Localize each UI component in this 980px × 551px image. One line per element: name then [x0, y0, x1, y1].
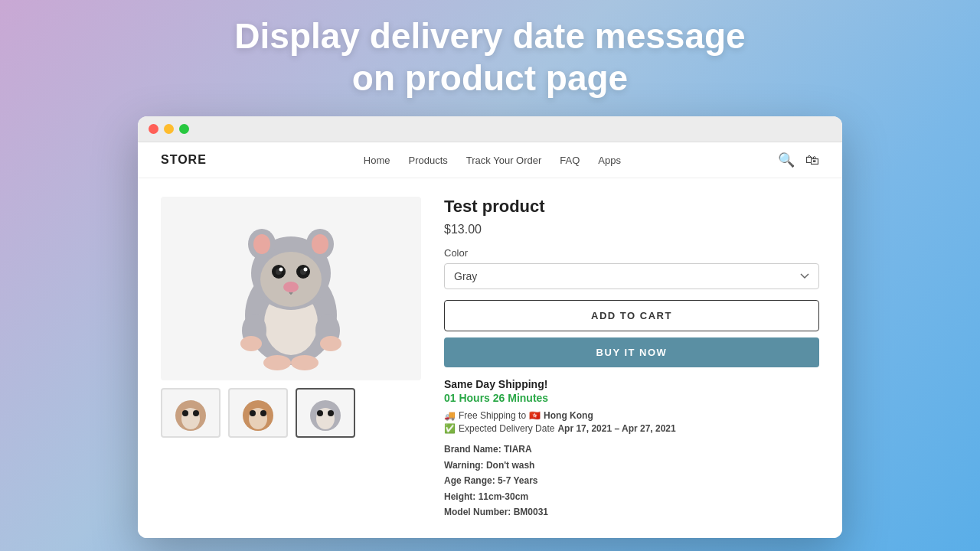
thumbnail-1[interactable]: [161, 388, 220, 438]
hero-title: Display delivery date message on product…: [234, 15, 745, 99]
svg-point-7: [312, 234, 328, 254]
delivery-date-info: ✅ Expected Delivery Date Apr 17, 2021 – …: [444, 423, 819, 434]
hamster-illustration: [222, 204, 360, 373]
svg-point-25: [193, 410, 199, 416]
svg-point-20: [263, 355, 291, 370]
cart-icon[interactable]: 🛍: [805, 152, 819, 168]
color-select[interactable]: Gray Brown White: [444, 263, 819, 289]
svg-point-29: [260, 410, 266, 416]
svg-point-3: [260, 252, 322, 307]
flag-icon: 🇭🇰: [529, 410, 541, 421]
buy-now-button[interactable]: BUY IT NOW: [444, 337, 819, 367]
nav-apps[interactable]: Apps: [598, 155, 621, 166]
product-meta: Brand Name: TIARA Warning: Don't wash Ag…: [444, 442, 819, 520]
thumbnail-3[interactable]: [296, 388, 355, 438]
dot-red[interactable]: [149, 124, 158, 134]
color-label: Color: [444, 247, 819, 259]
thumbnail-row: [161, 388, 421, 438]
warning: Warning: Don't wash: [444, 458, 819, 473]
product-title: Test product: [444, 197, 819, 217]
brand-name: Brand Name: TIARA: [444, 442, 819, 457]
dot-green[interactable]: [179, 124, 189, 134]
store-logo: STORE: [161, 153, 207, 167]
shipping-timer: 01 Hours 26 Minutes: [444, 392, 819, 404]
nav-icons: 🔍 🛍: [778, 152, 819, 168]
main-product-image: [161, 197, 421, 380]
product-details: Test product $13.00 Color Gray Brown Whi…: [444, 197, 819, 520]
store-nav: STORE Home Products Track Your Order FAQ…: [138, 142, 842, 178]
svg-point-28: [250, 410, 256, 416]
svg-point-32: [317, 410, 323, 416]
svg-point-21: [291, 355, 318, 370]
browser-chrome: [138, 116, 842, 142]
age-range: Age Range: 5-7 Years: [444, 473, 819, 488]
hero-section: Display delivery date message on product…: [234, 15, 745, 116]
nav-faq[interactable]: FAQ: [560, 155, 580, 166]
dot-yellow[interactable]: [164, 124, 174, 134]
svg-point-14: [283, 282, 299, 292]
svg-point-5: [253, 234, 270, 254]
truck-icon: 🚚: [444, 410, 456, 421]
product-images: [161, 197, 421, 520]
add-to-cart-button[interactable]: ADD TO CART: [444, 300, 819, 331]
nav-products[interactable]: Products: [409, 155, 448, 166]
svg-point-17: [240, 336, 262, 351]
svg-point-33: [328, 410, 334, 416]
checkmark-icon: ✅: [444, 423, 456, 434]
svg-point-19: [320, 336, 341, 351]
search-icon[interactable]: 🔍: [778, 152, 795, 168]
model-number: Model Number: BM0031: [444, 504, 819, 520]
browser-window: STORE Home Products Track Your Order FAQ…: [138, 116, 842, 538]
product-page: Test product $13.00 Color Gray Brown Whi…: [138, 178, 842, 538]
free-shipping-info: 🚚 Free Shipping to 🇭🇰 Hong Kong: [444, 410, 819, 421]
height: Height: 11cm-30cm: [444, 489, 819, 504]
thumbnail-2[interactable]: [228, 388, 288, 438]
svg-point-24: [182, 410, 188, 416]
nav-links: Home Products Track Your Order FAQ Apps: [364, 153, 621, 167]
svg-point-12: [279, 268, 283, 272]
shipping-title: Same Day Shipping!: [444, 378, 819, 390]
svg-point-13: [304, 268, 308, 272]
product-price: $13.00: [444, 223, 819, 236]
delivery-range: Apr 17, 2021 – Apr 27, 2021: [557, 423, 675, 434]
shipping-country: Hong Kong: [544, 410, 593, 421]
nav-home[interactable]: Home: [364, 155, 390, 166]
shipping-section: Same Day Shipping! 01 Hours 26 Minutes 🚚…: [444, 378, 819, 434]
nav-track-order[interactable]: Track Your Order: [466, 155, 542, 166]
